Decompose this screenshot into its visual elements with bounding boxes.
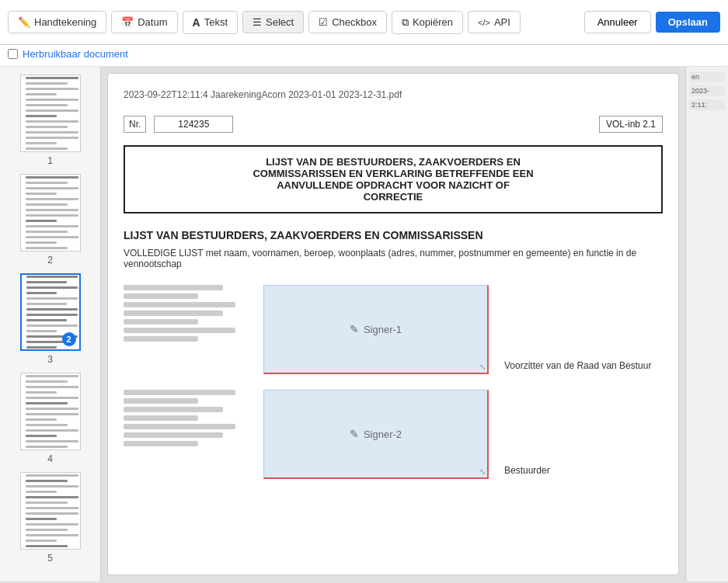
signer1-role: Voorzitter van de Raad van Bestuur [504,360,651,374]
signer2-label: ✎ Signer-2 [350,428,402,440]
thumb-image-1 [20,75,81,152]
text-icon: A [193,16,200,29]
pencil-icon: ✏️ [18,16,30,28]
signer1-row: ✎ Signer-1 ⤡ Voorzitter van de Raad van … [124,285,663,374]
edit-icon-2: ✎ [350,428,359,440]
page-badge-3: 2 [62,332,76,346]
signer2-text: Signer-2 [364,429,402,440]
page-thumb-2[interactable]: 2 [6,174,94,265]
title-line3: AANVULLENDE OPDRACHT VOOR NAZICHT OF [138,179,649,191]
herbruikbaar-label[interactable]: Herbruikbaar document [23,48,128,60]
signer1-box[interactable]: ✎ Signer-1 ⤡ [263,285,489,374]
page-num-5: 5 [47,553,53,564]
select-button[interactable]: ☰ Select [242,11,304,33]
handtekening-button[interactable]: ✏️ Handtekening [8,11,106,33]
resize-handle-2[interactable]: ⤡ [479,467,486,476]
section-title: LIJST VAN BESTUURDERS, ZAAKVOERDERS EN C… [124,229,663,241]
toolbar: ✏️ Handtekening 📅 Datum A Tekst ☰ Select… [0,0,728,45]
page-num-3: 3 [47,354,53,365]
nr-value: 124235 [154,116,233,133]
page-thumb-4[interactable]: 4 [6,373,94,464]
main-layout: 1 2 [0,67,728,581]
edit-icon-1: ✎ [350,323,359,335]
section-subtitle: VOLLEDIGE LIJST met naam, voornamen, ber… [124,248,663,269]
checkbox-button[interactable]: ☑ Checkbox [308,11,387,33]
right-panel: en 2023- 2:11: [685,67,728,581]
signer2-info [124,390,248,449]
page-num-4: 4 [47,453,53,464]
title-line1: LIJST VAN DE BESTUURDERS, ZAAKVOERDERS E… [138,156,649,168]
calendar-icon: 📅 [121,16,134,28]
tekst-button[interactable]: A Tekst [183,11,238,34]
document-title-box: LIJST VAN DE BESTUURDERS, ZAAKVOERDERS E… [124,145,663,213]
datum-button[interactable]: 📅 Datum [111,11,177,33]
page-thumb-1[interactable]: 1 [6,75,94,166]
document-filename: 2023-09-22T12:11:4 JaarekeningAcorn 2023… [124,89,663,100]
page-thumb-5[interactable]: 5 [6,472,94,564]
signer2-role: Bestuurder [504,465,550,479]
resize-handle-1[interactable]: ⤡ [479,363,486,371]
signer2-row: ✎ Signer-2 ⤡ Bestuurder [124,390,663,479]
thumb-image-4 [20,373,81,450]
vol-label: VOL-inb 2.1 [599,116,663,133]
checkbox-icon: ☑ [319,16,328,28]
signer1-text: Signer-1 [364,324,402,335]
right-info-3: 2:11: [689,99,725,110]
thumb-image-5 [20,472,81,550]
page-num-2: 2 [47,255,53,265]
page-thumb-3[interactable]: 2 3 [6,273,94,365]
doc-header-row: Nr. 124235 VOL-inb 2.1 [124,116,663,133]
nr-label: Nr. [124,116,146,133]
page-thumbnail-sidebar: 1 2 [0,67,101,581]
api-button[interactable]: </> API [468,11,521,33]
document-area: 2023-09-22T12:11:4 JaarekeningAcorn 2023… [107,73,679,575]
api-icon: </> [478,18,490,27]
right-info-1: en [689,71,725,82]
annuleer-button[interactable]: Annuleer [584,11,651,33]
page-num-1: 1 [47,155,53,166]
signer1-info [124,285,248,345]
document-content: Nr. 124235 VOL-inb 2.1 LIJST VAN DE BEST… [124,116,663,479]
thumb-image-2 [20,174,81,252]
title-line4: CORRECTIE [138,191,649,203]
signer2-box[interactable]: ✎ Signer-2 ⤡ [263,390,489,479]
signer1-label: ✎ Signer-1 [350,323,402,335]
select-icon: ☰ [253,16,262,28]
thumb-image-3: 2 [20,273,81,351]
right-info-2: 2023- [689,85,725,96]
herbruikbaar-row: Herbruikbaar document [0,45,728,67]
opslaan-button[interactable]: Opslaan [656,12,720,33]
kopieren-button[interactable]: ⧉ Kopiëren [392,11,463,34]
title-line2: COMMISSARISSEN EN VERKLARING BETREFFENDE… [138,168,649,179]
herbruikbaar-checkbox[interactable] [8,49,18,59]
copy-icon: ⧉ [402,16,409,29]
